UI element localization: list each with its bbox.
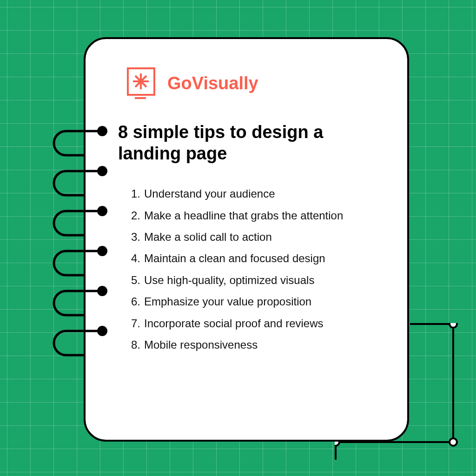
svg-point-0 xyxy=(450,323,457,328)
list-item: 5.Use high-quality, optimized visuals xyxy=(127,273,379,288)
list-item: 4.Maintain a clean and focused design xyxy=(127,251,379,266)
tip-number: 7. xyxy=(127,316,140,331)
svg-point-14 xyxy=(97,326,107,336)
brand-logo-icon xyxy=(126,67,159,99)
list-item: 2.Make a headline that grabs the attenti… xyxy=(127,208,379,223)
tip-number: 6. xyxy=(127,294,140,309)
svg-point-12 xyxy=(97,246,107,256)
tip-text: Understand your audience xyxy=(144,186,379,201)
brand-name: GoVisually xyxy=(167,73,258,93)
tip-number: 8. xyxy=(127,337,140,352)
list-item: 1.Understand your audience xyxy=(127,186,379,201)
tip-number: 4. xyxy=(127,251,140,266)
svg-point-11 xyxy=(97,206,107,216)
tips-list: 1.Understand your audience 2.Make a head… xyxy=(118,186,379,352)
list-item: 8.Mobile responsiveness xyxy=(127,337,379,352)
list-item: 6.Emphasize your value proposition xyxy=(127,294,379,309)
brand-row: GoVisually xyxy=(126,67,379,99)
svg-point-1 xyxy=(450,438,457,446)
list-item: 7.Incorporate social proof and reviews xyxy=(127,316,379,331)
tip-text: Incorporate social proof and reviews xyxy=(144,316,379,331)
page-title: 8 simple tips to design a landing page xyxy=(118,122,379,164)
tip-number: 5. xyxy=(127,273,140,288)
tip-text: Mobile responsiveness xyxy=(144,337,379,352)
tip-number: 3. xyxy=(127,230,140,245)
tip-text: Make a solid call to action xyxy=(144,230,379,245)
svg-point-9 xyxy=(97,126,107,136)
notepad-card: GoVisually 8 simple tips to design a lan… xyxy=(84,37,409,442)
tip-text: Maintain a clean and focused design xyxy=(144,251,379,266)
spiral-binding-icon xyxy=(51,126,116,386)
tip-number: 1. xyxy=(127,186,140,201)
tip-number: 2. xyxy=(127,208,140,223)
tip-text: Make a headline that grabs the attention xyxy=(144,208,379,223)
tip-text: Use high-quality, optimized visuals xyxy=(144,273,379,288)
svg-point-13 xyxy=(97,286,107,296)
tip-text: Emphasize your value proposition xyxy=(144,294,379,309)
svg-point-10 xyxy=(97,166,107,176)
list-item: 3.Make a solid call to action xyxy=(127,230,379,245)
